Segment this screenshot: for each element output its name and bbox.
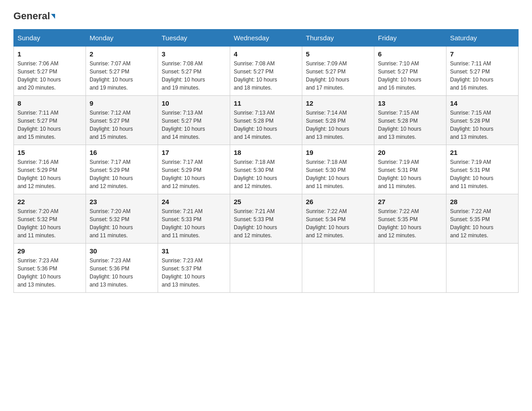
day-info: Sunrise: 7:13 AMSunset: 5:28 PMDaylight:… xyxy=(234,109,298,141)
calendar-cell: 14Sunrise: 7:15 AMSunset: 5:28 PMDayligh… xyxy=(446,96,519,145)
calendar-cell: 19Sunrise: 7:18 AMSunset: 5:30 PMDayligh… xyxy=(302,145,374,194)
calendar-cell: 11Sunrise: 7:13 AMSunset: 5:28 PMDayligh… xyxy=(230,96,302,145)
day-number: 26 xyxy=(306,198,370,206)
header-wednesday: Wednesday xyxy=(230,30,302,47)
calendar-cell: 7Sunrise: 7:11 AMSunset: 5:27 PMDaylight… xyxy=(446,47,519,96)
day-number: 29 xyxy=(17,247,82,255)
calendar-cell: 5Sunrise: 7:09 AMSunset: 5:27 PMDaylight… xyxy=(302,47,374,96)
calendar-week-row: 29Sunrise: 7:23 AMSunset: 5:36 PMDayligh… xyxy=(14,244,519,293)
calendar-cell: 3Sunrise: 7:08 AMSunset: 5:27 PMDaylight… xyxy=(158,47,230,96)
calendar-cell: 13Sunrise: 7:15 AMSunset: 5:28 PMDayligh… xyxy=(374,96,446,145)
day-info: Sunrise: 7:16 AMSunset: 5:29 PMDaylight:… xyxy=(17,158,82,190)
day-number: 22 xyxy=(17,198,82,206)
day-number: 11 xyxy=(234,99,298,107)
day-number: 24 xyxy=(162,198,226,206)
calendar-cell: 17Sunrise: 7:17 AMSunset: 5:29 PMDayligh… xyxy=(158,145,230,194)
calendar-week-row: 8Sunrise: 7:11 AMSunset: 5:27 PMDaylight… xyxy=(14,96,519,145)
day-number: 15 xyxy=(17,149,82,156)
day-info: Sunrise: 7:21 AMSunset: 5:33 PMDaylight:… xyxy=(234,207,298,240)
day-number: 28 xyxy=(450,198,515,206)
day-number: 2 xyxy=(90,50,154,58)
day-number: 9 xyxy=(90,99,154,107)
calendar-cell: 4Sunrise: 7:08 AMSunset: 5:27 PMDaylight… xyxy=(230,47,302,96)
day-number: 8 xyxy=(17,99,82,107)
header-tuesday: Tuesday xyxy=(158,30,230,47)
day-info: Sunrise: 7:22 AMSunset: 5:35 PMDaylight:… xyxy=(378,207,442,240)
calendar-cell: 21Sunrise: 7:19 AMSunset: 5:31 PMDayligh… xyxy=(446,145,519,194)
day-number: 23 xyxy=(90,198,154,206)
day-info: Sunrise: 7:15 AMSunset: 5:28 PMDaylight:… xyxy=(450,109,515,141)
day-number: 14 xyxy=(450,99,515,107)
day-info: Sunrise: 7:23 AMSunset: 5:37 PMDaylight:… xyxy=(162,257,226,289)
calendar-cell: 18Sunrise: 7:18 AMSunset: 5:30 PMDayligh… xyxy=(230,145,302,194)
calendar-cell: 15Sunrise: 7:16 AMSunset: 5:29 PMDayligh… xyxy=(14,145,86,194)
calendar-week-row: 1Sunrise: 7:06 AMSunset: 5:27 PMDaylight… xyxy=(14,47,519,96)
day-info: Sunrise: 7:11 AMSunset: 5:27 PMDaylight:… xyxy=(17,109,82,141)
day-info: Sunrise: 7:10 AMSunset: 5:27 PMDaylight:… xyxy=(378,60,442,92)
day-number: 18 xyxy=(234,149,298,156)
calendar-week-row: 15Sunrise: 7:16 AMSunset: 5:29 PMDayligh… xyxy=(14,145,519,194)
day-info: Sunrise: 7:12 AMSunset: 5:27 PMDaylight:… xyxy=(90,109,154,141)
day-number: 17 xyxy=(162,149,226,156)
day-number: 7 xyxy=(450,50,515,58)
calendar-cell: 28Sunrise: 7:22 AMSunset: 5:35 PMDayligh… xyxy=(446,194,519,244)
calendar-cell: 2Sunrise: 7:07 AMSunset: 5:27 PMDaylight… xyxy=(86,47,158,96)
calendar-cell: 22Sunrise: 7:20 AMSunset: 5:32 PMDayligh… xyxy=(14,194,86,244)
day-info: Sunrise: 7:18 AMSunset: 5:30 PMDaylight:… xyxy=(306,158,370,190)
day-number: 3 xyxy=(162,50,226,58)
calendar-header-row: SundayMondayTuesdayWednesdayThursdayFrid… xyxy=(14,30,519,47)
day-number: 13 xyxy=(378,99,442,107)
day-info: Sunrise: 7:17 AMSunset: 5:29 PMDaylight:… xyxy=(162,158,226,190)
calendar-cell: 12Sunrise: 7:14 AMSunset: 5:28 PMDayligh… xyxy=(302,96,374,145)
day-number: 20 xyxy=(378,149,442,156)
day-number: 25 xyxy=(234,198,298,206)
header-friday: Friday xyxy=(374,30,446,47)
calendar-cell: 29Sunrise: 7:23 AMSunset: 5:36 PMDayligh… xyxy=(14,244,86,293)
day-info: Sunrise: 7:19 AMSunset: 5:31 PMDaylight:… xyxy=(378,158,442,190)
calendar-cell: 27Sunrise: 7:22 AMSunset: 5:35 PMDayligh… xyxy=(374,194,446,244)
day-info: Sunrise: 7:20 AMSunset: 5:32 PMDaylight:… xyxy=(90,207,154,240)
calendar-cell: 24Sunrise: 7:21 AMSunset: 5:33 PMDayligh… xyxy=(158,194,230,244)
calendar-cell: 23Sunrise: 7:20 AMSunset: 5:32 PMDayligh… xyxy=(86,194,158,244)
calendar-cell: 16Sunrise: 7:17 AMSunset: 5:29 PMDayligh… xyxy=(86,145,158,194)
day-info: Sunrise: 7:19 AMSunset: 5:31 PMDaylight:… xyxy=(450,158,515,190)
day-number: 27 xyxy=(378,198,442,206)
day-number: 12 xyxy=(306,99,370,107)
day-info: Sunrise: 7:08 AMSunset: 5:27 PMDaylight:… xyxy=(162,60,226,92)
day-info: Sunrise: 7:14 AMSunset: 5:28 PMDaylight:… xyxy=(306,109,370,141)
calendar-cell xyxy=(230,244,302,293)
header-thursday: Thursday xyxy=(302,30,374,47)
day-info: Sunrise: 7:13 AMSunset: 5:27 PMDaylight:… xyxy=(162,109,226,141)
day-info: Sunrise: 7:18 AMSunset: 5:30 PMDaylight:… xyxy=(234,158,298,190)
calendar-cell: 8Sunrise: 7:11 AMSunset: 5:27 PMDaylight… xyxy=(14,96,86,145)
calendar-cell: 6Sunrise: 7:10 AMSunset: 5:27 PMDaylight… xyxy=(374,47,446,96)
day-info: Sunrise: 7:11 AMSunset: 5:27 PMDaylight:… xyxy=(450,60,515,92)
logo-general: General xyxy=(13,11,55,21)
logo: General xyxy=(13,9,55,20)
day-number: 10 xyxy=(162,99,226,107)
header-sunday: Sunday xyxy=(14,30,86,47)
calendar-cell xyxy=(302,244,374,293)
day-number: 5 xyxy=(306,50,370,58)
day-info: Sunrise: 7:08 AMSunset: 5:27 PMDaylight:… xyxy=(234,60,298,92)
calendar-cell xyxy=(446,244,519,293)
calendar-cell: 25Sunrise: 7:21 AMSunset: 5:33 PMDayligh… xyxy=(230,194,302,244)
calendar-cell: 10Sunrise: 7:13 AMSunset: 5:27 PMDayligh… xyxy=(158,96,230,145)
day-info: Sunrise: 7:22 AMSunset: 5:34 PMDaylight:… xyxy=(306,207,370,240)
calendar-cell: 9Sunrise: 7:12 AMSunset: 5:27 PMDaylight… xyxy=(86,96,158,145)
calendar-cell: 1Sunrise: 7:06 AMSunset: 5:27 PMDaylight… xyxy=(14,47,86,96)
calendar-cell xyxy=(374,244,446,293)
header-monday: Monday xyxy=(86,30,158,47)
header-saturday: Saturday xyxy=(446,30,519,47)
day-number: 31 xyxy=(162,247,226,255)
day-number: 1 xyxy=(17,50,82,58)
day-number: 6 xyxy=(378,50,442,58)
day-number: 16 xyxy=(90,149,154,156)
day-info: Sunrise: 7:15 AMSunset: 5:28 PMDaylight:… xyxy=(378,109,442,141)
day-info: Sunrise: 7:17 AMSunset: 5:29 PMDaylight:… xyxy=(90,158,154,190)
day-info: Sunrise: 7:23 AMSunset: 5:36 PMDaylight:… xyxy=(17,257,82,289)
calendar-cell: 31Sunrise: 7:23 AMSunset: 5:37 PMDayligh… xyxy=(158,244,230,293)
day-info: Sunrise: 7:21 AMSunset: 5:33 PMDaylight:… xyxy=(162,207,226,240)
day-info: Sunrise: 7:20 AMSunset: 5:32 PMDaylight:… xyxy=(17,207,82,240)
day-number: 30 xyxy=(90,247,154,255)
